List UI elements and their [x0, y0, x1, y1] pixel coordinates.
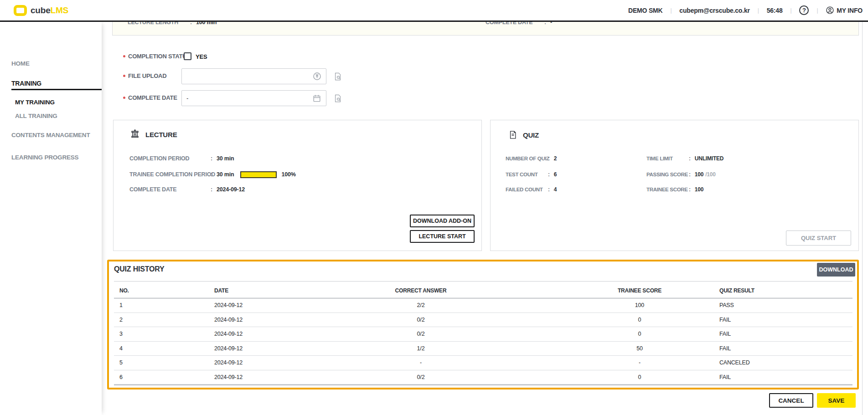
table-row: 6 2024-09-12 0/2 0 FAIL [114, 370, 852, 385]
yes-checkbox-label: YES [196, 53, 207, 60]
test-count-value: 6 [554, 171, 557, 178]
complete-date-label-text: COMPLETE DATE [128, 94, 177, 101]
lecture-panel-title: LECTURE [130, 129, 177, 139]
sidebar-item-my-training[interactable]: MY TRAINING [15, 99, 55, 106]
quiz-start-button[interactable]: QUIZ START [786, 231, 851, 246]
quiz-history-title: QUIZ HISTORY [114, 265, 165, 273]
quiz-title-text: QUIZ [523, 131, 539, 139]
sidebar-item-learning-progress[interactable]: LEARNING PROGRESS [11, 154, 78, 161]
session-timer: 56:48 [767, 7, 783, 14]
help-icon[interactable]: ? [799, 5, 809, 15]
column-header-date: DATE [214, 283, 228, 298]
trainee-score-value: 100 [695, 186, 703, 193]
lecture-complete-date-value: 2024-09-12 [217, 186, 245, 193]
logo-cube: cube [31, 5, 51, 15]
failed-count-value: 4 [554, 186, 557, 193]
cell-quiz-result: CANCELED [719, 356, 749, 370]
person-icon [826, 6, 834, 15]
cell-no: 5 [119, 356, 123, 370]
progress-percent: 100% [281, 171, 295, 178]
logo-text: cubeLMS [31, 5, 68, 15]
cell-quiz-result: FAIL [719, 370, 731, 385]
app-logo[interactable]: cubeLMS [14, 5, 68, 16]
cell-date: 2024-09-12 [214, 313, 243, 328]
cancel-button[interactable]: CANCEL [769, 393, 813, 408]
lecture-start-button[interactable]: LECTURE START [410, 230, 475, 243]
cell-correct-answer: 1/2 [352, 342, 489, 356]
required-dot [123, 55, 125, 57]
complete-date-label: COMPLETE DATE [123, 94, 177, 101]
number-of-quiz-value: 2 [554, 155, 557, 162]
file-view-icon[interactable] [333, 72, 342, 81]
cell-quiz-result: PASS [719, 298, 734, 313]
quiz-panel-title: QUIZ [508, 130, 539, 139]
completion-period-value: 30 min [217, 155, 234, 162]
table-row: 5 2024-09-12 - - CANCELED [114, 356, 852, 370]
number-of-quiz-field: NUMBER OF QUIZ : 2 [506, 155, 557, 162]
save-button[interactable]: SAVE [817, 393, 856, 408]
colon: : [548, 155, 550, 162]
cell-quiz-result: FAIL [719, 342, 731, 356]
yes-checkbox[interactable] [184, 52, 191, 60]
colon: : [548, 171, 550, 178]
calendar-icon[interactable] [312, 94, 321, 103]
test-count-label: TEST COUNT [506, 172, 548, 177]
cell-date: 2024-09-12 [214, 370, 243, 385]
sidebar: HOME TRAINING MY TRAINING ALL TRAINING C… [0, 22, 102, 415]
table-row: 2 2024-09-12 0/2 0 FAIL [114, 313, 852, 328]
sidebar-item-all-training[interactable]: ALL TRAINING [15, 113, 57, 119]
lecture-title-text: LECTURE [145, 131, 177, 138]
cell-quiz-result: FAIL [719, 313, 731, 328]
divider [114, 281, 852, 282]
upload-icon[interactable] [312, 72, 322, 81]
cell-date: 2024-09-12 [214, 298, 243, 313]
passing-score-field: PASSING SCORE : 100 /100 [646, 171, 716, 178]
column-header-quiz-result: QUIZ RESULT [719, 283, 754, 298]
download-button[interactable]: DOWNLOAD [817, 263, 855, 277]
screen: LECTURE LENGTH : 100 min COMPLETE DATE :… [0, 0, 868, 415]
passing-score-label: PASSING SCORE [646, 172, 689, 177]
required-dot [123, 75, 125, 77]
file-upload-input[interactable] [181, 68, 326, 84]
cell-trainee-score: - [571, 356, 708, 370]
file-upload-label-text: FILE UPLOAD [128, 72, 166, 79]
trainee-completion-period-label: TRAINEE COMPLETION PERIOD [129, 171, 211, 178]
app-header: cubeLMS DEMO SMK | cubepm@crscube.co.kr … [0, 0, 868, 22]
header-divider: | [790, 7, 791, 14]
file-view-icon[interactable] [333, 94, 342, 103]
logo-lms: LMS [51, 5, 69, 15]
cell-date: 2024-09-12 [214, 356, 243, 370]
cell-no: 6 [119, 370, 123, 385]
trainee-completion-period-field: TRAINEE COMPLETION PERIOD : 30 min 100% [129, 171, 296, 178]
quiz-icon [508, 130, 517, 139]
download-addon-button[interactable]: DOWNLOAD ADD-ON [410, 215, 475, 227]
lecture-complete-date-label: COMPLETE DATE [129, 186, 211, 193]
table-row: 1 2024-09-12 2/2 100 PASS [114, 298, 852, 313]
failed-count-label: FAILED COUNT [506, 187, 548, 192]
sidebar-item-contents-management[interactable]: CONTENTS MANAGEMENT [11, 132, 90, 138]
sidebar-item-home[interactable]: HOME [11, 60, 30, 67]
colon: : [548, 186, 550, 193]
cell-quiz-result: FAIL [719, 327, 731, 342]
lecture-icon [130, 129, 140, 139]
colon: : [689, 155, 691, 162]
trainee-completion-period-value: 30 min [217, 171, 234, 178]
cell-date: 2024-09-12 [214, 327, 243, 342]
cell-date: 2024-09-12 [214, 342, 243, 356]
sidebar-item-training[interactable]: TRAINING [11, 80, 41, 87]
cell-no: 2 [119, 313, 123, 328]
my-info-button[interactable]: MY INFO [826, 6, 863, 15]
complete-date-input[interactable] [181, 90, 326, 106]
table-row: 3 2024-09-12 0/2 0 FAIL [114, 327, 852, 342]
colon: : [211, 171, 212, 178]
column-header-trainee-score: TRAINEE SCORE [571, 283, 708, 298]
cell-no: 4 [119, 342, 123, 356]
cell-trainee-score: 0 [571, 313, 708, 328]
cell-trainee-score: 50 [571, 342, 708, 356]
my-info-label: MY INFO [837, 7, 863, 14]
table-header-row: NO. DATE CORRECT ANSWER TRAINEE SCORE QU… [114, 283, 852, 298]
cell-correct-answer: 0/2 [352, 370, 489, 385]
file-upload-label: FILE UPLOAD [123, 72, 166, 79]
lecture-complete-date-field: COMPLETE DATE : 2024-09-12 [129, 186, 245, 193]
quiz-history-panel: QUIZ HISTORY DOWNLOAD NO. DATE CORRECT A… [107, 260, 859, 389]
